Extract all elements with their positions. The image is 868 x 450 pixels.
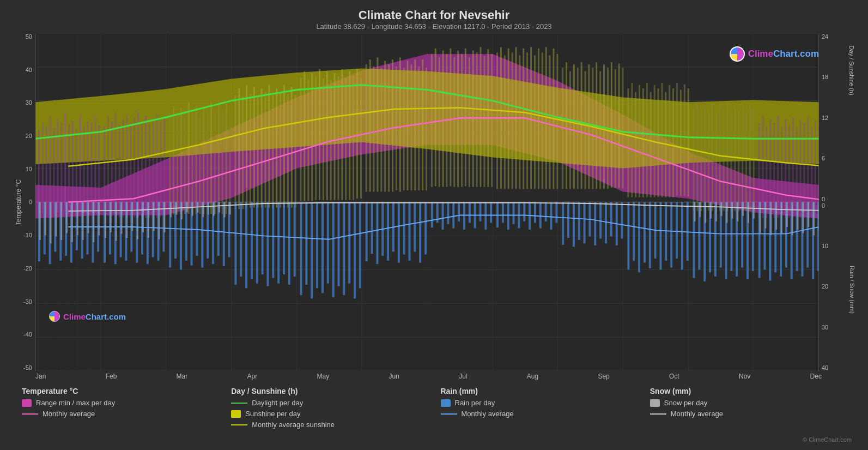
svg-rect-422 [748, 202, 749, 223]
svg-rect-310 [463, 202, 465, 230]
chart-wrapper: Temperature °C 50 40 30 20 10 0 -10 -20 … [11, 33, 857, 371]
svg-rect-288 [343, 202, 345, 296]
svg-rect-388 [105, 202, 106, 238]
svg-rect-419 [731, 202, 733, 219]
svg-rect-163 [556, 54, 558, 189]
legend-daylight-label: Daylight per day [252, 399, 303, 407]
svg-rect-206 [723, 109, 725, 211]
svg-rect-42 [90, 123, 92, 209]
svg-rect-406 [202, 202, 204, 218]
svg-rect-381 [66, 202, 68, 233]
svg-rect-84 [253, 87, 255, 208]
svg-rect-87 [265, 92, 266, 207]
svg-rect-89 [272, 95, 274, 208]
svg-rect-318 [507, 202, 509, 230]
svg-rect-111 [356, 69, 358, 199]
legend-rain: Rain (mm) Rain per day Monthly average [435, 385, 642, 434]
svg-rect-230 [815, 119, 816, 218]
svg-rect-161 [549, 55, 551, 189]
svg-rect-414 [705, 202, 706, 223]
x-axis: Jan Feb Mar Apr May Jun Jul Aug Sep Oct … [11, 371, 822, 380]
svg-rect-351 [687, 202, 689, 261]
svg-rect-332 [584, 202, 586, 244]
svg-rect-268 [234, 202, 236, 285]
svg-rect-33 [57, 119, 58, 213]
svg-rect-204 [715, 112, 717, 211]
svg-rect-73 [210, 102, 212, 214]
sunshine-swatch [231, 410, 241, 418]
svg-rect-325 [545, 202, 547, 221]
svg-rect-427 [775, 202, 777, 230]
svg-rect-337 [610, 202, 612, 237]
svg-rect-300 [409, 202, 411, 261]
svg-rect-105 [334, 73, 336, 200]
svg-rect-296 [387, 202, 389, 261]
svg-rect-308 [452, 202, 454, 229]
legend-snow-avg-label: Monthly average [671, 410, 723, 418]
svg-rect-116 [377, 57, 378, 191]
month-aug: Aug [527, 373, 538, 380]
svg-rect-196 [684, 84, 685, 196]
svg-rect-398 [159, 202, 160, 239]
svg-rect-144 [483, 56, 485, 187]
svg-rect-130 [431, 54, 433, 187]
svg-rect-131 [435, 49, 436, 187]
svg-rect-378 [50, 202, 52, 244]
svg-rect-198 [693, 109, 695, 211]
svg-rect-209 [734, 106, 736, 211]
svg-rect-193 [672, 88, 674, 197]
svg-rect-410 [224, 202, 226, 218]
svg-rect-380 [60, 202, 62, 240]
svg-rect-413 [699, 202, 701, 218]
svg-rect-194 [676, 83, 678, 196]
svg-rect-202 [708, 110, 709, 211]
svg-rect-220 [777, 116, 779, 218]
svg-rect-269 [240, 202, 242, 277]
svg-rect-132 [439, 57, 440, 187]
month-jul: Jul [459, 373, 467, 380]
svg-rect-64 [177, 115, 178, 214]
svg-rect-92 [283, 85, 285, 208]
svg-rect-416 [715, 202, 717, 221]
rain-avg-swatch [441, 413, 457, 415]
svg-rect-428 [781, 202, 782, 233]
legend-snow-per-day: Snow per day [650, 399, 846, 407]
svg-rect-121 [396, 67, 397, 190]
svg-rect-78 [229, 115, 231, 214]
svg-rect-108 [345, 78, 347, 200]
svg-rect-184 [639, 85, 640, 197]
svg-rect-197 [688, 88, 689, 196]
svg-rect-199 [696, 102, 698, 211]
svg-rect-306 [442, 202, 444, 230]
svg-rect-330 [573, 202, 575, 247]
svg-rect-71 [203, 107, 204, 214]
svg-rect-102 [323, 78, 324, 200]
svg-rect-421 [742, 202, 744, 216]
svg-rect-157 [534, 55, 536, 189]
svg-rect-226 [800, 120, 802, 218]
svg-rect-128 [422, 59, 423, 190]
legend-temperature: Temperature °C Range min / max per day M… [16, 385, 223, 434]
svg-rect-136 [453, 57, 455, 187]
svg-rect-340 [627, 202, 629, 270]
legend-area: Temperature °C Range min / max per day M… [11, 380, 857, 436]
svg-rect-417 [721, 202, 723, 216]
svg-rect-350 [681, 202, 683, 270]
svg-rect-274 [267, 202, 269, 286]
svg-rect-211 [742, 104, 743, 211]
svg-rect-377 [45, 202, 46, 236]
svg-rect-298 [398, 202, 400, 263]
legend-snow-title: Snow (mm) [650, 387, 846, 395]
legend-avg-sunshine-label: Monthly average sunshine [252, 421, 335, 429]
svg-rect-146 [491, 54, 493, 187]
svg-rect-387 [98, 202, 100, 236]
svg-rect-91 [280, 92, 281, 207]
month-nov: Nov [739, 373, 750, 380]
svg-rect-277 [283, 202, 285, 275]
svg-rect-83 [250, 94, 251, 207]
svg-rect-430 [792, 202, 793, 236]
svg-rect-434 [813, 202, 815, 236]
svg-rect-104 [330, 80, 332, 200]
svg-rect-302 [419, 202, 421, 263]
svg-rect-56 [145, 116, 147, 218]
